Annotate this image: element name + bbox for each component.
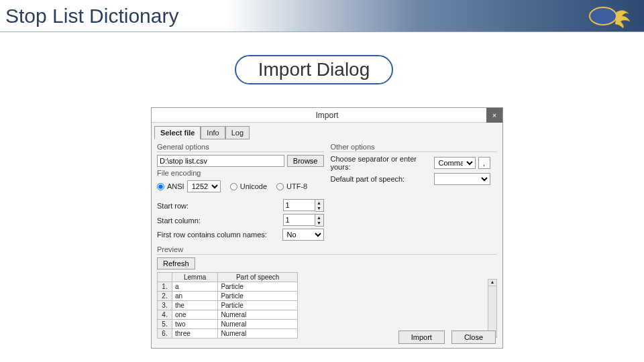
file-path-input[interactable]: [157, 155, 284, 167]
start-row-input[interactable]: [283, 199, 315, 211]
separator-char-input[interactable]: [478, 157, 490, 169]
tab-info[interactable]: Info: [201, 126, 225, 139]
cell-pos: Numeral: [218, 329, 298, 339]
table-row[interactable]: 4.oneNumeral: [158, 310, 298, 320]
callout-import-dialog: Import Dialog: [235, 55, 393, 84]
table-row[interactable]: 6.threeNumeral: [158, 329, 298, 339]
table-row[interactable]: 2.anParticle: [158, 292, 298, 301]
col-header-num: [158, 273, 172, 282]
label-unicode: Unicode: [240, 182, 267, 190]
chevron-down-icon[interactable]: ▼: [315, 206, 323, 212]
cell-lemma: two: [172, 320, 218, 329]
start-col-stepper[interactable]: ▲▼: [283, 214, 324, 227]
cell-pos: Numeral: [218, 320, 298, 329]
label-utf8: UTF-8: [286, 182, 307, 190]
chevron-up-icon[interactable]: ▲: [315, 215, 323, 221]
radio-unicode[interactable]: [230, 183, 237, 190]
first-row-label: First row contains column names:: [157, 231, 280, 239]
cell-lemma: the: [172, 301, 218, 310]
general-options-group: General options Browse File encoding ANS…: [157, 143, 324, 243]
encoding-legend: File encoding: [157, 169, 324, 178]
table-row[interactable]: 3.theParticle: [158, 301, 298, 310]
start-row-label: Start row:: [157, 202, 280, 210]
import-button[interactable]: Import: [398, 330, 445, 344]
row-number: 1.: [158, 282, 172, 292]
separator-label: Choose separator or enter yours:: [331, 155, 431, 171]
close-icon: ×: [492, 111, 496, 119]
table-row[interactable]: 5.twoNumeral: [158, 320, 298, 329]
default-pos-label: Default part of speech:: [331, 175, 431, 183]
dialog-footer: Import Close: [398, 330, 496, 344]
cell-pos: Particle: [218, 292, 298, 301]
row-number: 2.: [158, 292, 172, 301]
cell-pos: Particle: [218, 301, 298, 310]
start-col-label: Start column:: [157, 217, 280, 225]
default-pos-select[interactable]: [434, 173, 490, 185]
start-col-input[interactable]: [283, 214, 315, 226]
radio-ansi[interactable]: [157, 183, 164, 190]
cell-lemma: three: [172, 329, 218, 339]
logo-icon: [586, 3, 633, 29]
import-dialog: Import × Select file Info Log General op…: [151, 107, 503, 349]
tab-bar: Select file Info Log: [152, 123, 502, 139]
label-ansi: ANSI: [167, 182, 184, 190]
refresh-button[interactable]: Refresh: [157, 257, 195, 269]
first-row-select[interactable]: No: [282, 229, 324, 241]
cell-pos: Numeral: [218, 310, 298, 320]
chevron-up-icon[interactable]: ▲: [488, 280, 496, 286]
callout-label: Import Dialog: [258, 59, 370, 80]
other-options-group: Other options Choose separator or enter …: [331, 143, 498, 243]
row-number: 4.: [158, 310, 172, 320]
main-panel: General options Browse File encoding ANS…: [152, 139, 502, 245]
dialog-title: Import: [315, 111, 338, 120]
other-legend: Other options: [331, 143, 498, 152]
row-number: 3.: [158, 301, 172, 310]
preview-group: Preview Refresh Lemma Part of speech 1.a…: [152, 245, 502, 339]
cell-lemma: one: [172, 310, 218, 320]
start-row-stepper[interactable]: ▲▼: [283, 199, 324, 212]
preview-scrollbar[interactable]: ▲: [488, 279, 497, 338]
tab-select-file[interactable]: Select file: [154, 126, 201, 139]
cell-lemma: a: [172, 282, 218, 292]
chevron-down-icon[interactable]: ▼: [315, 221, 323, 227]
col-header-pos: Part of speech: [218, 273, 298, 282]
close-dialog-button[interactable]: Close: [451, 330, 496, 344]
close-button[interactable]: ×: [486, 108, 502, 123]
preview-table: Lemma Part of speech 1.aParticle2.anPart…: [157, 272, 298, 339]
cell-pos: Particle: [218, 282, 298, 292]
slide-title: Stop List Dictionary: [5, 5, 178, 27]
preview-legend: Preview: [157, 245, 497, 255]
row-number: 6.: [158, 329, 172, 339]
ansi-codepage-select[interactable]: 1252: [187, 180, 221, 192]
radio-utf8[interactable]: [276, 183, 284, 190]
cell-lemma: an: [172, 292, 218, 301]
table-row[interactable]: 1.aParticle: [158, 282, 298, 292]
general-legend: General options: [157, 143, 324, 152]
separator-select[interactable]: Comma: [434, 157, 476, 169]
row-number: 5.: [158, 320, 172, 329]
browse-button[interactable]: Browse: [287, 155, 324, 167]
slide-header: Stop List Dictionary: [0, 0, 644, 32]
tab-log[interactable]: Log: [225, 126, 250, 139]
chevron-up-icon[interactable]: ▲: [315, 200, 323, 206]
col-header-lemma: Lemma: [172, 273, 218, 282]
titlebar: Import ×: [152, 108, 502, 123]
